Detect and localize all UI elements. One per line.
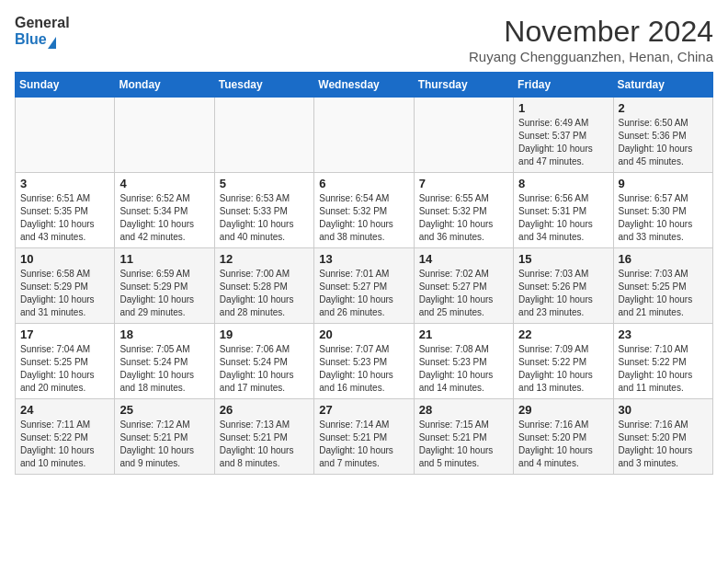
header-day-saturday: Saturday [613, 73, 712, 98]
day-number: 9 [619, 177, 708, 190]
calendar-cell: 16Sunrise: 7:03 AM Sunset: 5:25 PM Dayli… [613, 248, 712, 324]
day-number: 18 [119, 327, 209, 341]
week-row-3: 10Sunrise: 6:58 AM Sunset: 5:29 PM Dayli… [16, 248, 713, 324]
header-day-wednesday: Wednesday [314, 73, 414, 98]
day-number: 22 [518, 327, 608, 341]
day-info: Sunrise: 7:05 AM Sunset: 5:24 PM Dayligh… [119, 343, 209, 395]
day-info: Sunrise: 7:00 AM Sunset: 5:28 PM Dayligh… [220, 268, 309, 319]
day-number: 24 [20, 403, 109, 417]
day-info: Sunrise: 7:12 AM Sunset: 5:21 PM Dayligh… [119, 419, 209, 470]
calendar-cell: 20Sunrise: 7:07 AM Sunset: 5:23 PM Dayli… [314, 324, 414, 399]
logo-general-text: General [15, 15, 70, 31]
day-number: 29 [518, 403, 608, 417]
day-info: Sunrise: 7:16 AM Sunset: 5:20 PM Dayligh… [619, 419, 708, 470]
day-number: 20 [319, 327, 408, 341]
day-number: 17 [20, 327, 109, 341]
day-number: 1 [518, 101, 608, 115]
calendar-cell: 19Sunrise: 7:06 AM Sunset: 5:24 PM Dayli… [214, 324, 313, 399]
day-info: Sunrise: 7:16 AM Sunset: 5:20 PM Dayligh… [518, 419, 608, 470]
day-info: Sunrise: 6:58 AM Sunset: 5:29 PM Dayligh… [20, 268, 109, 319]
day-number: 3 [20, 177, 109, 190]
calendar-cell [214, 98, 313, 173]
calendar-cell [314, 98, 414, 173]
calendar-cell: 15Sunrise: 7:03 AM Sunset: 5:26 PM Dayli… [514, 248, 613, 324]
day-number: 26 [220, 403, 309, 417]
calendar-cell: 24Sunrise: 7:11 AM Sunset: 5:22 PM Dayli… [16, 399, 115, 475]
day-number: 28 [419, 403, 508, 417]
day-info: Sunrise: 7:10 AM Sunset: 5:22 PM Dayligh… [619, 343, 708, 395]
day-info: Sunrise: 7:14 AM Sunset: 5:21 PM Dayligh… [319, 419, 408, 470]
calendar-cell: 2Sunrise: 6:50 AM Sunset: 5:36 PM Daylig… [613, 98, 712, 173]
header-day-thursday: Thursday [414, 73, 513, 98]
day-info: Sunrise: 7:11 AM Sunset: 5:22 PM Dayligh… [20, 419, 109, 470]
calendar-cell: 3Sunrise: 6:51 AM Sunset: 5:35 PM Daylig… [16, 173, 115, 248]
calendar-cell: 13Sunrise: 7:01 AM Sunset: 5:27 PM Dayli… [314, 248, 414, 324]
logo-name: General Blue [15, 15, 70, 49]
calendar-cell [16, 98, 115, 173]
calendar-cell [414, 98, 513, 173]
day-info: Sunrise: 6:52 AM Sunset: 5:34 PM Dayligh… [119, 192, 209, 244]
calendar-cell: 11Sunrise: 6:59 AM Sunset: 5:29 PM Dayli… [115, 248, 214, 324]
day-number: 5 [220, 177, 309, 190]
header-day-monday: Monday [115, 73, 214, 98]
logo-blue-text: Blue [15, 31, 47, 48]
day-info: Sunrise: 7:15 AM Sunset: 5:21 PM Dayligh… [419, 419, 508, 470]
calendar-cell: 25Sunrise: 7:12 AM Sunset: 5:21 PM Dayli… [115, 399, 214, 475]
calendar-body: 1Sunrise: 6:49 AM Sunset: 5:37 PM Daylig… [16, 98, 713, 475]
calendar-cell: 22Sunrise: 7:09 AM Sunset: 5:22 PM Dayli… [514, 324, 613, 399]
calendar-cell: 5Sunrise: 6:53 AM Sunset: 5:33 PM Daylig… [214, 173, 313, 248]
day-info: Sunrise: 6:54 AM Sunset: 5:32 PM Dayligh… [319, 192, 408, 244]
day-number: 8 [518, 177, 608, 190]
day-info: Sunrise: 6:53 AM Sunset: 5:33 PM Dayligh… [220, 192, 309, 244]
calendar-cell: 14Sunrise: 7:02 AM Sunset: 5:27 PM Dayli… [414, 248, 513, 324]
day-info: Sunrise: 7:03 AM Sunset: 5:25 PM Dayligh… [619, 268, 708, 319]
calendar-table: SundayMondayTuesdayWednesdayThursdayFrid… [15, 72, 713, 475]
week-row-2: 3Sunrise: 6:51 AM Sunset: 5:35 PM Daylig… [16, 173, 713, 248]
day-info: Sunrise: 7:03 AM Sunset: 5:26 PM Dayligh… [518, 268, 608, 319]
day-number: 2 [619, 101, 708, 115]
day-number: 6 [319, 177, 408, 190]
header-day-tuesday: Tuesday [214, 73, 313, 98]
day-number: 7 [419, 177, 508, 190]
header-row: SundayMondayTuesdayWednesdayThursdayFrid… [16, 73, 713, 98]
calendar-cell: 29Sunrise: 7:16 AM Sunset: 5:20 PM Dayli… [514, 399, 613, 475]
day-number: 11 [119, 252, 209, 266]
day-number: 21 [419, 327, 508, 341]
logo-triangle-icon [48, 37, 56, 49]
header-day-sunday: Sunday [16, 73, 115, 98]
calendar-cell: 6Sunrise: 6:54 AM Sunset: 5:32 PM Daylig… [314, 173, 414, 248]
calendar-cell: 1Sunrise: 6:49 AM Sunset: 5:37 PM Daylig… [514, 98, 613, 173]
week-row-5: 24Sunrise: 7:11 AM Sunset: 5:22 PM Dayli… [16, 399, 713, 475]
day-info: Sunrise: 7:06 AM Sunset: 5:24 PM Dayligh… [220, 343, 309, 395]
calendar-cell: 17Sunrise: 7:04 AM Sunset: 5:25 PM Dayli… [16, 324, 115, 399]
day-number: 30 [619, 403, 708, 417]
calendar-cell: 12Sunrise: 7:00 AM Sunset: 5:28 PM Dayli… [214, 248, 313, 324]
day-number: 10 [20, 252, 109, 266]
day-info: Sunrise: 6:51 AM Sunset: 5:35 PM Dayligh… [20, 192, 109, 244]
day-info: Sunrise: 6:57 AM Sunset: 5:30 PM Dayligh… [619, 192, 708, 244]
calendar-cell: 28Sunrise: 7:15 AM Sunset: 5:21 PM Dayli… [414, 399, 513, 475]
day-info: Sunrise: 7:02 AM Sunset: 5:27 PM Dayligh… [419, 268, 508, 319]
month-title: November 2024 [469, 15, 713, 49]
week-row-1: 1Sunrise: 6:49 AM Sunset: 5:37 PM Daylig… [16, 98, 713, 173]
calendar-cell: 23Sunrise: 7:10 AM Sunset: 5:22 PM Dayli… [613, 324, 712, 399]
day-info: Sunrise: 7:08 AM Sunset: 5:23 PM Dayligh… [419, 343, 508, 395]
calendar-cell: 9Sunrise: 6:57 AM Sunset: 5:30 PM Daylig… [613, 173, 712, 248]
calendar-cell: 7Sunrise: 6:55 AM Sunset: 5:32 PM Daylig… [414, 173, 513, 248]
day-info: Sunrise: 6:49 AM Sunset: 5:37 PM Dayligh… [518, 117, 608, 168]
calendar-cell [115, 98, 214, 173]
header-day-friday: Friday [514, 73, 613, 98]
day-number: 13 [319, 252, 408, 266]
calendar-cell: 21Sunrise: 7:08 AM Sunset: 5:23 PM Dayli… [414, 324, 513, 399]
day-number: 23 [619, 327, 708, 341]
day-info: Sunrise: 6:55 AM Sunset: 5:32 PM Dayligh… [419, 192, 508, 244]
day-number: 19 [220, 327, 309, 341]
day-info: Sunrise: 7:13 AM Sunset: 5:21 PM Dayligh… [220, 419, 309, 470]
day-number: 12 [220, 252, 309, 266]
week-row-4: 17Sunrise: 7:04 AM Sunset: 5:25 PM Dayli… [16, 324, 713, 399]
calendar-cell: 8Sunrise: 6:56 AM Sunset: 5:31 PM Daylig… [514, 173, 613, 248]
location-title: Ruyang Chengguanzhen, Henan, China [469, 49, 713, 64]
day-number: 14 [419, 252, 508, 266]
day-number: 4 [119, 177, 209, 190]
calendar-cell: 26Sunrise: 7:13 AM Sunset: 5:21 PM Dayli… [214, 399, 313, 475]
